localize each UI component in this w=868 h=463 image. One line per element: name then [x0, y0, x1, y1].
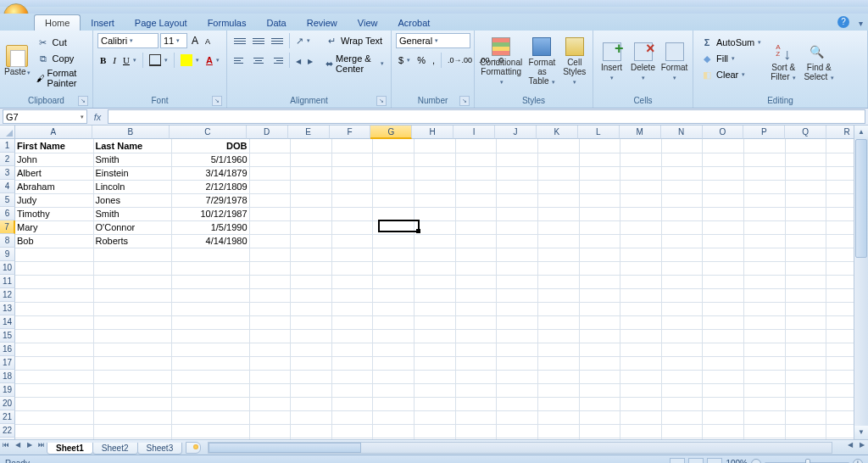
cell-E1[interactable]: [291, 139, 332, 153]
cell-P20[interactable]: [744, 397, 786, 410]
cell-K1[interactable]: [537, 139, 579, 153]
cell-M9[interactable]: [620, 248, 662, 261]
cell-G1[interactable]: [373, 139, 415, 153]
percent-button[interactable]: %: [415, 54, 428, 66]
cell-J4[interactable]: [497, 180, 538, 193]
cell-J17[interactable]: [497, 356, 538, 370]
cell-G5[interactable]: [373, 193, 415, 207]
cell-F19[interactable]: [331, 383, 373, 397]
cell-G3[interactable]: [373, 166, 415, 180]
cell-F8[interactable]: [331, 234, 373, 248]
decrease-indent-button[interactable]: [293, 54, 303, 66]
column-header-A[interactable]: A: [15, 126, 92, 139]
column-header-N[interactable]: N: [661, 126, 703, 139]
cell-B12[interactable]: [93, 288, 171, 302]
row-header-19[interactable]: 19: [0, 383, 15, 397]
cell-F2[interactable]: [331, 153, 373, 166]
cell-I7[interactable]: [455, 220, 497, 234]
cell-A7[interactable]: Mary: [15, 220, 93, 234]
fill-color-button[interactable]: ▾: [178, 53, 202, 67]
cell-Q17[interactable]: [785, 356, 826, 370]
cell-C2[interactable]: 5/1/1960: [171, 153, 249, 166]
cell-I1[interactable]: [455, 139, 497, 153]
cell-A18[interactable]: [15, 370, 93, 383]
cell-O15[interactable]: [703, 329, 744, 343]
cell-N9[interactable]: [661, 248, 703, 261]
cell-K3[interactable]: [537, 166, 579, 180]
row-header-2[interactable]: 2: [0, 153, 15, 166]
cell-M17[interactable]: [620, 356, 662, 370]
cell-E20[interactable]: [291, 397, 332, 410]
cell-E21[interactable]: [291, 410, 332, 424]
cell-P12[interactable]: [744, 288, 786, 302]
cell-L14[interactable]: [579, 315, 620, 329]
cell-G22[interactable]: [373, 424, 415, 438]
cell-O3[interactable]: [703, 166, 744, 180]
tab-acrobat[interactable]: Acrobat: [387, 15, 440, 31]
cell-I2[interactable]: [455, 153, 497, 166]
cell-L7[interactable]: [579, 220, 620, 234]
cell-I8[interactable]: [455, 234, 497, 248]
cell-L19[interactable]: [579, 383, 620, 397]
cell-H14[interactable]: [415, 315, 456, 329]
cell-N19[interactable]: [661, 383, 703, 397]
cell-P11[interactable]: [744, 275, 786, 288]
tab-home[interactable]: Home: [34, 14, 81, 31]
cell-C6[interactable]: 10/12/1987: [171, 207, 249, 220]
cell-P5[interactable]: [744, 193, 786, 207]
cell-H22[interactable]: [415, 424, 456, 438]
cell-L18[interactable]: [579, 370, 620, 383]
cell-O14[interactable]: [703, 315, 744, 329]
cell-E8[interactable]: [291, 234, 332, 248]
cell-L17[interactable]: [579, 356, 620, 370]
cell-H17[interactable]: [415, 356, 456, 370]
cell-K13[interactable]: [537, 302, 579, 315]
cell-O1[interactable]: [703, 139, 744, 153]
cell-D2[interactable]: [249, 153, 291, 166]
cell-N1[interactable]: [661, 139, 703, 153]
cell-D4[interactable]: [249, 180, 291, 193]
cell-L11[interactable]: [579, 275, 620, 288]
cell-A19[interactable]: [15, 383, 93, 397]
cell-Q9[interactable]: [785, 248, 826, 261]
cell-A11[interactable]: [15, 275, 93, 288]
cell-E17[interactable]: [291, 356, 332, 370]
column-header-I[interactable]: I: [453, 126, 495, 139]
column-header-D[interactable]: D: [247, 126, 288, 139]
cell-M19[interactable]: [620, 383, 662, 397]
cell-B19[interactable]: [93, 383, 171, 397]
cell-D17[interactable]: [249, 356, 291, 370]
cell-D18[interactable]: [249, 370, 291, 383]
find-select-button[interactable]: Find & Select ▾: [803, 33, 835, 89]
cell-J10[interactable]: [497, 261, 538, 275]
cell-D13[interactable]: [249, 302, 291, 315]
cell-K9[interactable]: [537, 248, 579, 261]
cell-K15[interactable]: [537, 329, 579, 343]
cell-P16[interactable]: [744, 343, 786, 356]
autosum-button[interactable]: AutoSum▾: [698, 35, 764, 50]
cell-H6[interactable]: [415, 207, 456, 220]
column-header-O[interactable]: O: [703, 126, 744, 139]
cell-C13[interactable]: [171, 302, 249, 315]
cell-Q6[interactable]: [785, 207, 826, 220]
cell-I9[interactable]: [455, 248, 497, 261]
cell-N10[interactable]: [661, 261, 703, 275]
cell-B22[interactable]: [93, 424, 171, 438]
row-header-21[interactable]: 21: [0, 410, 15, 424]
cell-A22[interactable]: [15, 424, 93, 438]
cell-N20[interactable]: [661, 397, 703, 410]
cell-M16[interactable]: [620, 343, 662, 356]
cell-A6[interactable]: Timothy: [15, 207, 93, 220]
cell-J21[interactable]: [497, 410, 538, 424]
cell-K4[interactable]: [537, 180, 579, 193]
cell-A17[interactable]: [15, 356, 93, 370]
zoom-level[interactable]: 100%: [726, 459, 748, 463]
row-header-6[interactable]: 6: [0, 207, 15, 220]
row-header-10[interactable]: 10: [0, 261, 15, 275]
cell-G14[interactable]: [373, 315, 415, 329]
cell-J9[interactable]: [497, 248, 538, 261]
cell-I21[interactable]: [455, 410, 497, 424]
cell-J14[interactable]: [497, 315, 538, 329]
cell-I11[interactable]: [455, 275, 497, 288]
cell-L4[interactable]: [579, 180, 620, 193]
